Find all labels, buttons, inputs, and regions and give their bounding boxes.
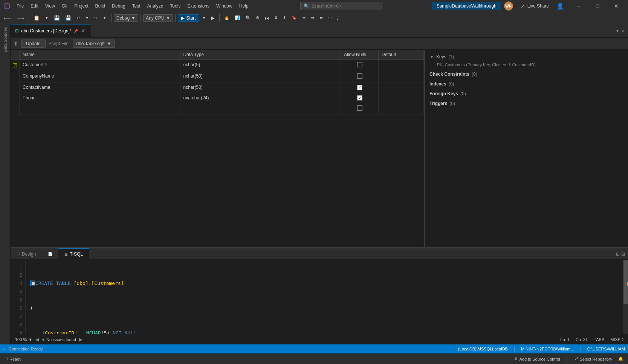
- tab-customers-design[interactable]: ⊞ dbo.Customers [Design]* 📌 ✕: [11, 24, 91, 38]
- row-nulls[interactable]: [341, 60, 379, 71]
- editor-right-scrollbar[interactable]: [623, 260, 628, 334]
- nav-btn-5[interactable]: ⤴: [335, 15, 341, 21]
- row-name[interactable]: CustomerID: [20, 60, 180, 71]
- save-all-button[interactable]: 💾: [63, 14, 73, 21]
- debug-config-dropdown[interactable]: Debug ▼: [114, 14, 138, 22]
- row-name-empty[interactable]: [20, 103, 180, 114]
- foreign-keys-header[interactable]: Foreign Keys (0): [429, 90, 623, 98]
- row-name[interactable]: ContactName: [20, 82, 180, 93]
- table-row[interactable]: ⚿ CustomerID nchar(5): [11, 60, 424, 71]
- toolbar-dropdown-btn[interactable]: ▼: [43, 15, 51, 21]
- table-row[interactable]: [11, 103, 424, 114]
- step-out[interactable]: ⬆: [281, 15, 289, 21]
- update-button[interactable]: Update: [21, 40, 46, 48]
- table-row[interactable]: ContactName nchar(50): [11, 82, 424, 93]
- menu-extensions[interactable]: Extensions: [184, 2, 212, 10]
- tab-action-2[interactable]: ✕: [621, 28, 625, 34]
- check-constraints-header[interactable]: Check Constraints (0): [429, 70, 623, 78]
- redo-button[interactable]: ↪: [92, 15, 100, 21]
- split-view-1[interactable]: ⊟: [616, 251, 620, 257]
- menu-help[interactable]: Help: [236, 2, 252, 10]
- platform-dropdown[interactable]: Any CPU ▼: [143, 14, 173, 22]
- row-datatype-empty[interactable]: [180, 103, 341, 114]
- add-to-source-control[interactable]: ⬆ Add to Source Control: [514, 356, 560, 361]
- code-editor[interactable]: 1 2 3 4 5 6 7 8 9 ■CREATE TABLE [dbo].[C…: [11, 260, 628, 334]
- menu-project[interactable]: Project: [71, 2, 91, 10]
- keys-section-header[interactable]: ▼ Keys (1): [429, 53, 623, 61]
- menu-debug[interactable]: Debug: [109, 2, 128, 10]
- tab-design-2[interactable]: 📄: [42, 248, 58, 260]
- user-avatar[interactable]: WR: [504, 2, 513, 11]
- step-over[interactable]: ⏭: [263, 15, 271, 21]
- row-datatype[interactable]: nchar(50): [180, 82, 341, 93]
- menu-view[interactable]: View: [42, 2, 58, 10]
- tab-close-button[interactable]: ✕: [80, 28, 86, 34]
- menu-build[interactable]: Build: [92, 2, 108, 10]
- tool5[interactable]: ⚙: [254, 15, 262, 21]
- menu-git[interactable]: Git: [59, 2, 70, 10]
- global-search[interactable]: 🔍 Search (Ctrl+Q): [300, 2, 383, 10]
- row-datatype[interactable]: nchar(50): [180, 71, 341, 82]
- row-default[interactable]: [379, 93, 424, 103]
- forward-button[interactable]: ⟶: [14, 14, 26, 22]
- menu-window[interactable]: Window: [213, 2, 235, 10]
- null-checkbox-empty[interactable]: [357, 105, 362, 111]
- maximize-button[interactable]: □: [589, 0, 606, 12]
- table-row[interactable]: CompanyName nchar(50): [11, 71, 424, 82]
- diag-btn[interactable]: 🔍: [243, 15, 253, 21]
- start-dropdown[interactable]: ▼: [200, 15, 208, 21]
- tab-tsql[interactable]: ⊞ T-SQL: [58, 248, 89, 260]
- redo-dropdown[interactable]: ▼: [101, 15, 109, 21]
- account-icon[interactable]: 👤: [556, 3, 564, 10]
- row-nulls[interactable]: [341, 93, 379, 103]
- live-share-button[interactable]: ↗ Live Share: [516, 2, 553, 11]
- undo-dropdown[interactable]: ▼: [83, 15, 91, 21]
- script-file-dropdown[interactable]: dbo.Table.sql* ▼: [73, 40, 115, 48]
- null-checkbox-checked[interactable]: [357, 85, 362, 90]
- nav-btn-4[interactable]: ↩: [326, 15, 334, 21]
- split-view-2[interactable]: ⊞: [621, 251, 625, 257]
- menu-test[interactable]: Test: [129, 2, 144, 10]
- row-nulls[interactable]: [341, 71, 379, 82]
- row-nulls[interactable]: [341, 82, 379, 93]
- tab-action-1[interactable]: ▼: [615, 28, 620, 34]
- row-default[interactable]: [379, 82, 424, 93]
- minimize-button[interactable]: ─: [570, 0, 587, 12]
- menu-edit[interactable]: Edit: [28, 2, 41, 10]
- code-content[interactable]: ■CREATE TABLE [dbo].[Customers] ( [Custo…: [26, 260, 623, 334]
- tab-pin-icon[interactable]: 📌: [73, 29, 78, 33]
- row-name[interactable]: Phone: [20, 93, 180, 103]
- row-default-empty[interactable]: [379, 103, 424, 114]
- toolbar-action-1[interactable]: 📋: [31, 14, 42, 21]
- notification-button[interactable]: 🔔: [618, 356, 623, 361]
- bookmark-btn[interactable]: 🔖: [289, 15, 299, 21]
- row-datatype[interactable]: nvarchar(24): [180, 93, 341, 103]
- null-checkbox-checked[interactable]: [357, 95, 362, 101]
- menu-analyze[interactable]: Analyze: [144, 2, 167, 10]
- nav-btn-2[interactable]: ➡: [309, 15, 316, 21]
- zoom-control[interactable]: 100 % ▼: [15, 337, 32, 342]
- row-datatype[interactable]: nchar(5): [180, 60, 341, 71]
- triggers-header[interactable]: Triggers (0): [429, 99, 623, 108]
- status-nav-left[interactable]: ◀: [35, 337, 39, 342]
- step-into[interactable]: ⬇: [272, 15, 280, 21]
- table-row[interactable]: Phone nvarchar(24): [11, 93, 424, 104]
- save-button[interactable]: 💾: [52, 14, 62, 21]
- row-default[interactable]: [379, 71, 424, 82]
- start-button[interactable]: ▶ Start: [178, 14, 199, 22]
- back-button[interactable]: ⟵: [2, 14, 14, 22]
- row-nulls-empty[interactable]: [341, 103, 379, 114]
- undo-button[interactable]: ↩: [74, 15, 82, 21]
- menu-file[interactable]: File: [14, 2, 27, 10]
- select-repository-button[interactable]: ⎇ Select Repository: [573, 356, 612, 361]
- close-button[interactable]: ✕: [608, 0, 625, 12]
- run-icon[interactable]: ▶: [209, 14, 217, 21]
- indexes-header[interactable]: Indexes (0): [429, 80, 623, 88]
- pk-entry[interactable]: PK_Customers (Primary Key, Clustered: Cu…: [429, 61, 623, 69]
- nav-btn-3[interactable]: ⬅: [317, 15, 325, 21]
- null-checkbox[interactable]: [357, 73, 362, 79]
- menu-tools[interactable]: Tools: [167, 2, 183, 10]
- tab-design[interactable]: ⊟ Design: [11, 248, 42, 260]
- hot-reload-btn[interactable]: 🔥: [222, 15, 232, 21]
- null-checkbox[interactable]: [357, 62, 362, 67]
